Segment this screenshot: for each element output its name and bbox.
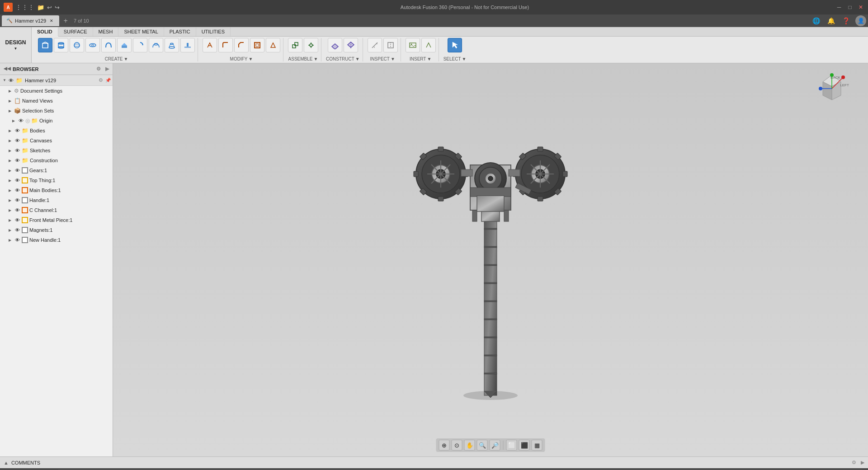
- top-thing-eye[interactable]: 👁: [14, 177, 20, 183]
- construct-group-label[interactable]: CONSTRUCT ▼: [326, 56, 360, 61]
- create-box-btn[interactable]: [38, 38, 52, 52]
- doc-settings-arrow[interactable]: ▶: [7, 88, 13, 94]
- browser-item-origin[interactable]: ▶ 👁 ◎ 📁 Origin: [0, 116, 113, 126]
- vc-pan-btn[interactable]: ✋: [464, 440, 475, 451]
- construct-offset-plane-btn[interactable]: [328, 38, 342, 52]
- handle-arrow[interactable]: ▶: [7, 197, 13, 203]
- create-extrude-btn[interactable]: [117, 38, 132, 52]
- browser-expand-btn[interactable]: ▶: [105, 66, 109, 72]
- named-views-arrow[interactable]: ▶: [7, 98, 13, 103]
- top-thing-arrow[interactable]: ▶: [7, 178, 13, 183]
- root-settings-btn[interactable]: ⚙: [99, 77, 103, 83]
- create-rib-btn[interactable]: [180, 38, 195, 52]
- notification-icon[interactable]: 🔔: [826, 16, 837, 25]
- handle-eye[interactable]: 👁: [14, 197, 20, 203]
- construction-eye[interactable]: 👁: [14, 157, 20, 164]
- globe-icon[interactable]: 🌐: [811, 16, 822, 25]
- browser-item-sketches[interactable]: ▶ 👁 📁 Sketches: [0, 146, 113, 155]
- main-bodies-arrow[interactable]: ▶: [7, 188, 13, 193]
- modify-press-btn[interactable]: [203, 38, 217, 52]
- browser-collapse-btn[interactable]: ◀◀: [4, 66, 10, 72]
- inspect-measure-btn[interactable]: [368, 38, 382, 52]
- c-channel-arrow[interactable]: ▶: [7, 207, 13, 213]
- magnets-arrow[interactable]: ▶: [7, 227, 13, 233]
- canvases-arrow[interactable]: ▶: [7, 138, 13, 143]
- create-sphere-btn[interactable]: [70, 38, 84, 52]
- selection-sets-arrow[interactable]: ▶: [7, 108, 13, 113]
- vc-grid-btn[interactable]: ⬛: [519, 440, 530, 451]
- vc-orbit-btn[interactable]: ⊙: [452, 440, 462, 451]
- browser-options-btn[interactable]: ⚙: [96, 66, 101, 72]
- vc-move-btn[interactable]: ⊕: [439, 440, 450, 451]
- browser-item-front-metal[interactable]: ▶ 👁 Front Metal Piece:1: [0, 215, 113, 225]
- bodies-eye[interactable]: 👁: [14, 127, 20, 134]
- browser-item-named-views[interactable]: ▶ 📋 Named Views: [0, 96, 113, 106]
- user-icon[interactable]: 👤: [855, 15, 866, 26]
- file-menu[interactable]: 📁: [37, 4, 44, 11]
- browser-item-magnets[interactable]: ▶ 👁 Magnets:1: [0, 225, 113, 235]
- viewport[interactable]: BACK LEFT ⊕ ⊙ ✋ 🔍 🔎 ⬜ ⬛ ▦: [113, 63, 868, 456]
- create-pipe-btn[interactable]: [101, 38, 116, 52]
- design-menu[interactable]: DESIGN ▼: [0, 27, 32, 63]
- comments-expand-btn[interactable]: ▶: [861, 460, 864, 465]
- origin-eye[interactable]: 👁: [18, 118, 24, 124]
- browser-item-selection-sets[interactable]: ▶ 📦 Selection Sets: [0, 106, 113, 116]
- modify-shell-btn[interactable]: [250, 38, 264, 52]
- new-handle-arrow[interactable]: ▶: [7, 237, 13, 243]
- comments-collapse-btn[interactable]: ▲: [4, 460, 9, 465]
- vc-zoom-btn[interactable]: 🔍: [477, 440, 488, 451]
- vc-display-btn[interactable]: ▦: [532, 440, 542, 451]
- new-handle-eye[interactable]: 👁: [14, 237, 20, 243]
- tab-sheet-metal[interactable]: SHEET METAL: [118, 27, 164, 36]
- browser-item-new-handle[interactable]: ▶ 👁 New Handle:1: [0, 235, 113, 245]
- minimize-btn[interactable]: ─: [835, 4, 843, 11]
- new-tab-btn[interactable]: +: [60, 15, 71, 26]
- browser-item-c-channel[interactable]: ▶ 👁 C Channel:1: [0, 205, 113, 215]
- front-metal-eye[interactable]: 👁: [14, 217, 20, 223]
- inspect-group-label[interactable]: INSPECT ▼: [370, 56, 395, 61]
- comments-options-btn[interactable]: ⚙: [852, 460, 856, 465]
- insert-group-label[interactable]: INSERT ▼: [410, 56, 431, 61]
- modify-fillet-btn[interactable]: [218, 38, 233, 52]
- browser-item-doc-settings[interactable]: ▶ ⚙ Document Settings: [0, 86, 113, 96]
- browser-item-canvases[interactable]: ▶ 👁 📁 Canvases: [0, 136, 113, 146]
- browser-item-top-thing[interactable]: ▶ 👁 Top Thing:1: [0, 175, 113, 185]
- menu-icon[interactable]: ⋮⋮⋮: [15, 4, 34, 11]
- create-torus-btn[interactable]: [85, 38, 100, 52]
- vc-fit-btn[interactable]: 🔎: [490, 440, 500, 451]
- insert-decal-btn[interactable]: [421, 38, 436, 52]
- root-visibility-icon[interactable]: 👁: [9, 78, 14, 83]
- assemble-joint-btn[interactable]: [304, 38, 318, 52]
- modify-draft-btn[interactable]: [266, 38, 280, 52]
- front-metal-arrow[interactable]: ▶: [7, 217, 13, 223]
- origin-arrow[interactable]: ▶: [11, 118, 16, 123]
- magnets-eye[interactable]: 👁: [14, 227, 20, 233]
- assemble-new-component-btn[interactable]: [288, 38, 302, 52]
- create-sweep-btn[interactable]: [149, 38, 163, 52]
- root-pin-btn[interactable]: 📌: [105, 78, 111, 83]
- bodies-arrow[interactable]: ▶: [7, 128, 13, 133]
- canvases-eye[interactable]: 👁: [14, 137, 20, 144]
- tab-close-btn[interactable]: ✕: [48, 18, 55, 24]
- browser-item-main-bodies[interactable]: ▶ 👁 Main Bodies:1: [0, 185, 113, 195]
- create-loft-btn[interactable]: [165, 38, 179, 52]
- select-group-label[interactable]: SELECT ▼: [443, 56, 467, 61]
- modify-chamfer-btn[interactable]: [234, 38, 249, 52]
- tab-solid[interactable]: SOLID: [32, 27, 58, 37]
- assemble-group-label[interactable]: ASSEMBLE ▼: [288, 56, 318, 61]
- gears-arrow[interactable]: ▶: [7, 168, 13, 173]
- tab-utilities[interactable]: UTILITIES: [196, 27, 231, 36]
- create-group-label[interactable]: CREATE ▼: [105, 56, 128, 61]
- root-expand-arrow[interactable]: ▼: [2, 78, 7, 83]
- browser-root-item[interactable]: ▼ 👁 📁 Hammer v129 ⚙ 📌: [0, 75, 113, 86]
- browser-item-gears[interactable]: ▶ 👁 Gears:1: [0, 165, 113, 175]
- tab-hammer[interactable]: 🔨 Hammer v129 ✕: [2, 15, 59, 26]
- redo-btn[interactable]: ↪: [55, 4, 60, 11]
- sketches-arrow[interactable]: ▶: [7, 148, 13, 153]
- gizmo[interactable]: BACK LEFT: [814, 70, 850, 107]
- select-tool-btn[interactable]: [448, 38, 462, 52]
- browser-item-construction[interactable]: ▶ 👁 📁 Construction: [0, 155, 113, 165]
- undo-btn[interactable]: ↩: [47, 4, 52, 11]
- browser-item-bodies[interactable]: ▶ 👁 📁 Bodies: [0, 126, 113, 136]
- close-btn[interactable]: ✕: [857, 4, 864, 11]
